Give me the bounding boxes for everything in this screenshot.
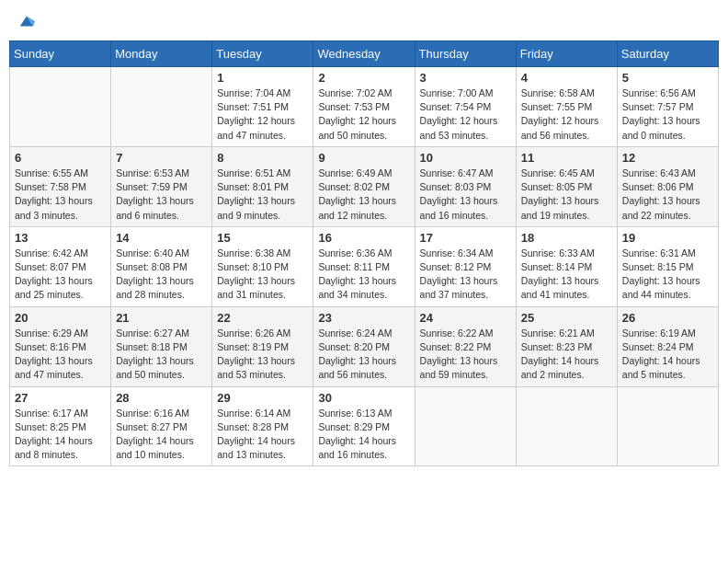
calendar-day-cell: [111, 67, 212, 147]
day-number: 17: [420, 231, 511, 245]
day-number: 20: [15, 311, 106, 325]
day-number: 10: [420, 151, 511, 165]
calendar-day-cell: 13Sunrise: 6:42 AM Sunset: 8:07 PM Dayli…: [10, 226, 111, 306]
calendar-day-cell: 26Sunrise: 6:19 AM Sunset: 8:24 PM Dayli…: [617, 306, 718, 386]
calendar-day-cell: 1Sunrise: 7:04 AM Sunset: 7:51 PM Daylig…: [212, 67, 313, 147]
calendar-day-cell: [617, 386, 718, 466]
calendar-day-cell: 2Sunrise: 7:02 AM Sunset: 7:53 PM Daylig…: [313, 67, 415, 147]
day-number: 30: [318, 391, 409, 405]
calendar-day-header: Sunday: [10, 41, 111, 67]
calendar-day-header: Tuesday: [212, 41, 313, 67]
day-info: Sunrise: 7:00 AM Sunset: 7:54 PM Dayligh…: [420, 86, 511, 143]
calendar-day-cell: 23Sunrise: 6:24 AM Sunset: 8:20 PM Dayli…: [313, 306, 415, 386]
calendar-day-header: Saturday: [617, 41, 718, 67]
day-info: Sunrise: 6:53 AM Sunset: 7:59 PM Dayligh…: [116, 167, 207, 223]
day-info: Sunrise: 6:19 AM Sunset: 8:24 PM Dayligh…: [622, 327, 713, 383]
calendar-day-cell: 16Sunrise: 6:36 AM Sunset: 8:11 PM Dayli…: [313, 226, 415, 306]
day-info: Sunrise: 6:21 AM Sunset: 8:23 PM Dayligh…: [521, 327, 612, 383]
day-info: Sunrise: 6:45 AM Sunset: 8:05 PM Dayligh…: [521, 167, 612, 223]
day-info: Sunrise: 6:55 AM Sunset: 7:58 PM Dayligh…: [15, 167, 106, 223]
calendar-day-cell: 25Sunrise: 6:21 AM Sunset: 8:23 PM Dayli…: [516, 306, 617, 386]
calendar-day-cell: [10, 67, 111, 147]
day-info: Sunrise: 6:31 AM Sunset: 8:15 PM Dayligh…: [622, 247, 713, 303]
day-number: 24: [420, 311, 511, 325]
calendar-day-cell: 29Sunrise: 6:14 AM Sunset: 8:28 PM Dayli…: [212, 386, 313, 466]
day-number: 4: [521, 71, 612, 85]
day-info: Sunrise: 6:58 AM Sunset: 7:55 PM Dayligh…: [521, 86, 612, 143]
day-info: Sunrise: 6:13 AM Sunset: 8:29 PM Dayligh…: [318, 407, 409, 463]
calendar-day-cell: 27Sunrise: 6:17 AM Sunset: 8:25 PM Dayli…: [10, 386, 111, 466]
calendar-week-row: 27Sunrise: 6:17 AM Sunset: 8:25 PM Dayli…: [10, 386, 719, 466]
day-number: 18: [521, 231, 612, 245]
page-header: [9, 9, 719, 33]
day-info: Sunrise: 6:17 AM Sunset: 8:25 PM Dayligh…: [15, 407, 106, 463]
calendar-day-header: Monday: [111, 41, 212, 67]
calendar-week-row: 1Sunrise: 7:04 AM Sunset: 7:51 PM Daylig…: [10, 67, 719, 147]
day-number: 8: [217, 151, 308, 165]
day-number: 14: [116, 231, 207, 245]
calendar-day-cell: [516, 386, 617, 466]
calendar-day-cell: 6Sunrise: 6:55 AM Sunset: 7:58 PM Daylig…: [10, 146, 111, 226]
day-info: Sunrise: 6:29 AM Sunset: 8:16 PM Dayligh…: [15, 327, 106, 383]
day-info: Sunrise: 6:33 AM Sunset: 8:14 PM Dayligh…: [521, 247, 612, 303]
calendar-day-cell: 15Sunrise: 6:38 AM Sunset: 8:10 PM Dayli…: [212, 226, 313, 306]
calendar-day-cell: 24Sunrise: 6:22 AM Sunset: 8:22 PM Dayli…: [415, 306, 516, 386]
day-number: 15: [217, 231, 308, 245]
calendar-day-header: Wednesday: [313, 41, 415, 67]
calendar-day-cell: 22Sunrise: 6:26 AM Sunset: 8:19 PM Dayli…: [212, 306, 313, 386]
calendar-day-cell: 21Sunrise: 6:27 AM Sunset: 8:18 PM Dayli…: [111, 306, 212, 386]
day-number: 21: [116, 311, 207, 325]
day-info: Sunrise: 6:49 AM Sunset: 8:02 PM Dayligh…: [318, 167, 409, 223]
day-info: Sunrise: 6:40 AM Sunset: 8:08 PM Dayligh…: [116, 247, 207, 303]
logo: [17, 13, 35, 29]
calendar-day-cell: 30Sunrise: 6:13 AM Sunset: 8:29 PM Dayli…: [313, 386, 415, 466]
day-number: 25: [521, 311, 612, 325]
calendar-day-cell: 20Sunrise: 6:29 AM Sunset: 8:16 PM Dayli…: [10, 306, 111, 386]
day-info: Sunrise: 6:38 AM Sunset: 8:10 PM Dayligh…: [217, 247, 308, 303]
calendar-table: SundayMondayTuesdayWednesdayThursdayFrid…: [9, 40, 719, 466]
calendar-week-row: 6Sunrise: 6:55 AM Sunset: 7:58 PM Daylig…: [10, 146, 719, 226]
calendar-day-cell: 12Sunrise: 6:43 AM Sunset: 8:06 PM Dayli…: [617, 146, 718, 226]
calendar-day-cell: 3Sunrise: 7:00 AM Sunset: 7:54 PM Daylig…: [415, 67, 516, 147]
day-info: Sunrise: 6:42 AM Sunset: 8:07 PM Dayligh…: [15, 247, 106, 303]
day-number: 6: [15, 151, 106, 165]
day-number: 28: [116, 391, 207, 405]
calendar-week-row: 20Sunrise: 6:29 AM Sunset: 8:16 PM Dayli…: [10, 306, 719, 386]
day-info: Sunrise: 6:24 AM Sunset: 8:20 PM Dayligh…: [318, 327, 409, 383]
day-number: 22: [217, 311, 308, 325]
calendar-day-cell: 17Sunrise: 6:34 AM Sunset: 8:12 PM Dayli…: [415, 226, 516, 306]
day-number: 11: [521, 151, 612, 165]
day-number: 12: [622, 151, 713, 165]
day-info: Sunrise: 7:02 AM Sunset: 7:53 PM Dayligh…: [318, 86, 409, 143]
day-info: Sunrise: 6:16 AM Sunset: 8:27 PM Dayligh…: [116, 407, 207, 463]
calendar-day-cell: 10Sunrise: 6:47 AM Sunset: 8:03 PM Dayli…: [415, 146, 516, 226]
day-number: 29: [217, 391, 308, 405]
day-info: Sunrise: 6:51 AM Sunset: 8:01 PM Dayligh…: [217, 167, 308, 223]
calendar-header-row: SundayMondayTuesdayWednesdayThursdayFrid…: [10, 41, 719, 67]
calendar-day-cell: 5Sunrise: 6:56 AM Sunset: 7:57 PM Daylig…: [617, 67, 718, 147]
logo-icon: [18, 13, 35, 29]
day-number: 3: [420, 71, 511, 85]
day-number: 1: [217, 71, 308, 85]
day-info: Sunrise: 6:36 AM Sunset: 8:11 PM Dayligh…: [318, 247, 409, 303]
calendar-day-cell: 7Sunrise: 6:53 AM Sunset: 7:59 PM Daylig…: [111, 146, 212, 226]
day-number: 13: [15, 231, 106, 245]
day-number: 26: [622, 311, 713, 325]
day-number: 2: [318, 71, 409, 85]
day-info: Sunrise: 6:27 AM Sunset: 8:18 PM Dayligh…: [116, 327, 207, 383]
day-info: Sunrise: 6:14 AM Sunset: 8:28 PM Dayligh…: [217, 407, 308, 463]
calendar-day-cell: [415, 386, 516, 466]
calendar-day-header: Friday: [516, 41, 617, 67]
calendar-day-cell: 19Sunrise: 6:31 AM Sunset: 8:15 PM Dayli…: [617, 226, 718, 306]
day-info: Sunrise: 6:22 AM Sunset: 8:22 PM Dayligh…: [420, 327, 511, 383]
day-number: 5: [622, 71, 713, 85]
day-info: Sunrise: 6:26 AM Sunset: 8:19 PM Dayligh…: [217, 327, 308, 383]
day-info: Sunrise: 6:34 AM Sunset: 8:12 PM Dayligh…: [420, 247, 511, 303]
calendar-day-cell: 4Sunrise: 6:58 AM Sunset: 7:55 PM Daylig…: [516, 67, 617, 147]
calendar-day-cell: 9Sunrise: 6:49 AM Sunset: 8:02 PM Daylig…: [313, 146, 415, 226]
day-number: 19: [622, 231, 713, 245]
day-info: Sunrise: 6:56 AM Sunset: 7:57 PM Dayligh…: [622, 86, 713, 143]
calendar-day-header: Thursday: [415, 41, 516, 67]
calendar-week-row: 13Sunrise: 6:42 AM Sunset: 8:07 PM Dayli…: [10, 226, 719, 306]
calendar-day-cell: 8Sunrise: 6:51 AM Sunset: 8:01 PM Daylig…: [212, 146, 313, 226]
